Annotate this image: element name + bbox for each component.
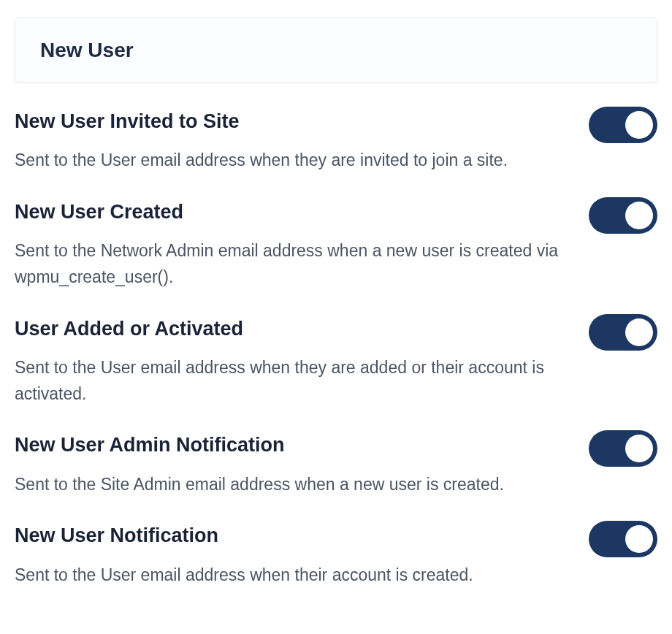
- toggle-knob: [625, 435, 653, 462]
- setting-text: New User Created Sent to the Network Adm…: [15, 200, 589, 291]
- setting-title: New User Invited to Site: [15, 110, 571, 133]
- setting-row: User Added or Activated Sent to the User…: [15, 317, 657, 408]
- setting-description: Sent to the User email address when thei…: [15, 562, 571, 589]
- toggle-knob: [625, 111, 653, 139]
- toggle-knob: [625, 525, 653, 553]
- setting-row: New User Invited to Site Sent to the Use…: [15, 110, 657, 174]
- toggle-new-user-notification[interactable]: [589, 521, 657, 557]
- setting-title: New User Created: [15, 200, 571, 224]
- section-title: New User: [40, 39, 632, 62]
- section-header: New User: [15, 18, 657, 83]
- setting-row: New User Notification Sent to the User e…: [15, 524, 657, 588]
- toggle-new-user-invited[interactable]: [589, 107, 657, 143]
- toggle-new-user-created[interactable]: [589, 197, 657, 234]
- toggle-new-user-admin-notification[interactable]: [589, 430, 657, 467]
- setting-description: Sent to the Site Admin email address whe…: [15, 472, 571, 498]
- toggle-knob: [625, 318, 653, 346]
- setting-row: New User Admin Notification Sent to the …: [15, 433, 657, 497]
- setting-text: New User Notification Sent to the User e…: [15, 524, 589, 588]
- toggle-knob: [625, 202, 653, 229]
- setting-title: New User Admin Notification: [15, 433, 571, 457]
- setting-row: New User Created Sent to the Network Adm…: [15, 200, 657, 291]
- toggle-user-added-activated[interactable]: [589, 314, 657, 351]
- setting-description: Sent to the User email address when they…: [15, 355, 571, 407]
- setting-title: User Added or Activated: [15, 317, 571, 340]
- setting-text: New User Invited to Site Sent to the Use…: [15, 110, 589, 174]
- settings-panel: New User New User Invited to Site Sent t…: [0, 0, 672, 588]
- setting-text: New User Admin Notification Sent to the …: [15, 433, 589, 497]
- setting-title: New User Notification: [15, 524, 571, 547]
- setting-text: User Added or Activated Sent to the User…: [15, 317, 589, 408]
- setting-description: Sent to the Network Admin email address …: [15, 238, 571, 290]
- setting-description: Sent to the User email address when they…: [15, 148, 571, 174]
